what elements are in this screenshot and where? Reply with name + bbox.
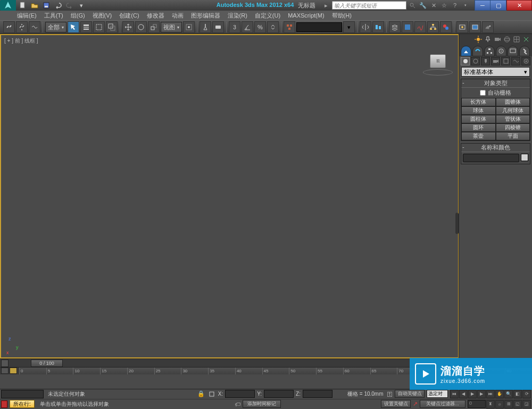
isolate-icon[interactable] <box>207 390 216 398</box>
time-config-button[interactable]: ⧗ <box>486 400 495 408</box>
schematic-view-icon[interactable] <box>427 21 439 33</box>
menu-rendering[interactable]: 渲染(R) <box>227 12 248 20</box>
panel-resize-handle[interactable] <box>455 213 459 234</box>
minimize-button[interactable]: ─ <box>475 0 491 11</box>
link-icon[interactable] <box>3 21 15 33</box>
primitive-geosphere[interactable]: 几何球体 <box>496 106 530 115</box>
scale-icon[interactable] <box>148 21 160 33</box>
snap-toggle-icon[interactable]: 3 <box>229 21 240 33</box>
help-icon[interactable]: ? <box>450 1 460 10</box>
mirror-icon[interactable] <box>360 21 371 33</box>
search-input[interactable] <box>332 1 406 10</box>
bind-spacewarp-icon[interactable] <box>29 21 40 33</box>
menu-grapheditors[interactable]: 图形编辑器 <box>190 12 221 20</box>
align-icon[interactable] <box>372 21 384 33</box>
mini-curve-editor-icon[interactable] <box>10 368 17 374</box>
redo-icon[interactable] <box>65 1 74 10</box>
helper-icon[interactable] <box>522 36 530 43</box>
new-icon[interactable] <box>18 1 28 10</box>
keymode-icon[interactable]: ↗ <box>413 400 418 407</box>
lights-subtab[interactable] <box>481 57 490 65</box>
key-icon[interactable]: ⚿ <box>387 391 393 397</box>
primitive-tube[interactable]: 管状体 <box>496 115 530 123</box>
viewport-label[interactable]: [ + ] 前 ] 线框 ] <box>4 37 38 45</box>
select-object-icon[interactable] <box>68 21 79 33</box>
angle-snap-icon[interactable] <box>242 21 253 33</box>
undo-icon[interactable] <box>53 1 63 10</box>
menu-maxscript[interactable]: MAXScript(M) <box>287 12 325 19</box>
pin-icon[interactable] <box>484 36 492 43</box>
render-production-icon[interactable] <box>482 21 494 33</box>
menu-modifiers[interactable]: 修改器 <box>146 12 165 20</box>
rotate-icon[interactable] <box>135 21 147 33</box>
unlink-icon[interactable] <box>16 21 28 33</box>
keyfilter-button[interactable]: 关键点过滤器... <box>420 400 466 408</box>
pan-icon[interactable]: ✋ <box>495 390 504 398</box>
primitive-torus[interactable]: 圆环 <box>461 123 496 132</box>
menu-customize[interactable]: 自定义(U) <box>254 12 281 20</box>
zoom-all-icon[interactable]: ⊞ <box>504 400 513 408</box>
hierarchy-tab[interactable] <box>484 46 495 56</box>
viewport[interactable]: [ + ] 前 ] 线框 ] 前 z y x <box>0 34 459 358</box>
primitive-box[interactable]: 长方体 <box>461 98 496 106</box>
primitive-cone[interactable]: 圆锥体 <box>496 98 530 106</box>
exchange-icon[interactable]: ✕ <box>429 1 438 10</box>
menu-group[interactable]: 组(G) <box>70 12 86 20</box>
prev-frame-icon[interactable]: ◀ <box>459 390 468 398</box>
percent-snap-icon[interactable]: % <box>254 21 266 33</box>
maximize-button[interactable]: ▢ <box>491 0 506 11</box>
rollout-header[interactable]: 名称和颜色 <box>461 144 530 152</box>
min-viewport-icon[interactable]: ◲ <box>522 400 531 408</box>
time-tag-icon[interactable]: 🏷 <box>235 401 240 407</box>
category-dropdown[interactable]: 标准基本体▾ <box>461 67 530 77</box>
select-by-name-icon[interactable] <box>80 21 92 33</box>
primitive-pyramid[interactable]: 四棱锥 <box>496 123 530 132</box>
search-icon[interactable] <box>408 1 417 10</box>
menu-create[interactable]: 创建(C) <box>118 12 140 20</box>
grid-icon[interactable] <box>513 36 520 43</box>
ref-coord-dropdown[interactable]: 视图▾ <box>161 22 182 32</box>
systems-subtab[interactable] <box>521 57 530 65</box>
window-crossing-icon[interactable] <box>106 21 118 33</box>
subscription-icon[interactable]: 🔧 <box>418 1 428 10</box>
goto-end-icon[interactable]: ⏭ <box>486 390 495 398</box>
cameras-subtab[interactable] <box>491 57 500 65</box>
manipulate-icon[interactable] <box>200 21 211 33</box>
open-icon[interactable] <box>30 1 39 10</box>
material-editor-icon[interactable] <box>440 21 452 33</box>
y-input[interactable] <box>264 390 294 398</box>
autogrid-checkbox[interactable]: 自动栅格 <box>461 88 530 98</box>
motion-tab[interactable] <box>496 46 506 56</box>
named-selection-input[interactable] <box>296 22 342 32</box>
primitive-sphere[interactable]: 球体 <box>461 106 496 115</box>
app-menu-button[interactable] <box>0 0 16 11</box>
primitive-cylinder[interactable]: 圆柱体 <box>461 115 496 123</box>
close-button[interactable]: ✕ <box>506 0 532 11</box>
script-rec-icon[interactable] <box>1 400 7 408</box>
z-input[interactable] <box>303 390 332 398</box>
qat-dropdown-icon[interactable]: ▾ <box>77 1 86 10</box>
rendered-frame-icon[interactable] <box>469 21 481 33</box>
object-name-input[interactable] <box>463 154 519 162</box>
autokey-button[interactable]: 自动关键点 <box>395 390 425 398</box>
utilities-tab[interactable] <box>519 46 530 56</box>
x-input[interactable] <box>225 390 255 398</box>
globe-icon[interactable] <box>503 36 511 43</box>
selected-set-box[interactable]: 选定对 <box>427 390 448 398</box>
shapes-subtab[interactable] <box>471 57 480 65</box>
rollout-header[interactable]: 对象类型 <box>461 79 530 88</box>
selection-lock-box[interactable] <box>1 390 44 398</box>
zoom-extents-icon[interactable]: ⌕ <box>495 400 504 408</box>
light-icon[interactable] <box>475 36 482 43</box>
keyboard-shortcut-icon[interactable] <box>212 21 224 33</box>
time-config-icon[interactable] <box>1 360 9 367</box>
menu-views[interactable]: 视图(V) <box>92 12 113 20</box>
move-icon[interactable] <box>122 21 134 33</box>
object-color-swatch[interactable] <box>521 154 528 161</box>
play-icon[interactable]: ▶ <box>468 390 477 398</box>
spacewarps-subtab[interactable] <box>511 57 520 65</box>
layers-icon[interactable] <box>389 21 401 33</box>
next-frame-icon[interactable]: ▶ <box>477 390 486 398</box>
goto-start-icon[interactable]: ⏮ <box>450 390 459 398</box>
graphite-icon[interactable] <box>402 21 413 33</box>
